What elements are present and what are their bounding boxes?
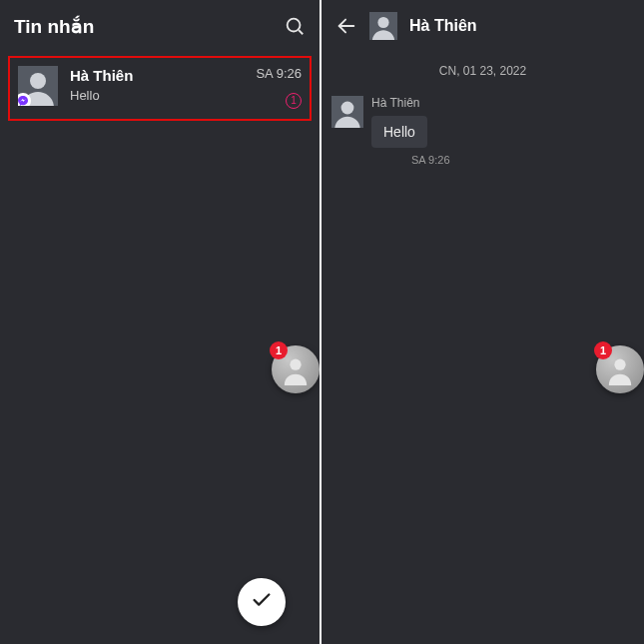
notification-badge: 1 [270, 341, 288, 359]
conversation-item[interactable]: Hà Thiên Hello SA 9:26 1 [8, 56, 312, 121]
chat-header: Hà Thiên [322, 0, 644, 52]
search-icon[interactable] [284, 15, 306, 37]
chat-head-bubble[interactable]: 1 [596, 345, 644, 393]
svg-line-1 [299, 30, 303, 34]
conversation-name: Hà Thiên [70, 66, 244, 86]
chat-head-bubble[interactable]: 1 [272, 345, 320, 393]
notification-badge: 1 [594, 341, 612, 359]
svg-point-2 [30, 73, 46, 89]
page-title: Tin nhắn [14, 15, 272, 38]
message-column: Hà Thiên Hello SA 9:26 [371, 96, 450, 166]
svg-point-3 [290, 359, 301, 370]
chat-header-name: Hà Thiên [409, 17, 477, 35]
message-sender: Hà Thiên [371, 96, 450, 110]
back-arrow-icon[interactable] [335, 15, 357, 37]
svg-point-5 [377, 17, 388, 28]
message-time: SA 9:26 [411, 154, 450, 166]
avatar [18, 66, 58, 106]
conversation-meta: SA 9:26 1 [256, 66, 302, 109]
chat-thread-panel: Hà Thiên CN, 01 23, 2022 Hà Thiên Hello … [322, 0, 644, 644]
date-separator: CN, 01 23, 2022 [322, 64, 644, 78]
svg-point-7 [614, 359, 625, 370]
svg-point-0 [288, 19, 301, 32]
conversation-time: SA 9:26 [256, 66, 302, 81]
conversation-preview: Hello [70, 88, 244, 105]
svg-point-6 [341, 102, 354, 115]
messages-list-panel: Tin nhắn Hà Thiên Hello [0, 0, 322, 644]
unread-badge: 1 [286, 93, 302, 109]
message-row: Hà Thiên Hello SA 9:26 [322, 96, 644, 166]
confirm-fab[interactable] [238, 578, 286, 626]
message-avatar [331, 96, 363, 128]
conversation-text: Hà Thiên Hello [70, 66, 244, 109]
list-header: Tin nhắn [0, 0, 320, 52]
messenger-icon [18, 93, 31, 106]
message-bubble[interactable]: Hello [371, 116, 427, 148]
header-avatar [369, 12, 397, 40]
check-icon [251, 589, 273, 615]
